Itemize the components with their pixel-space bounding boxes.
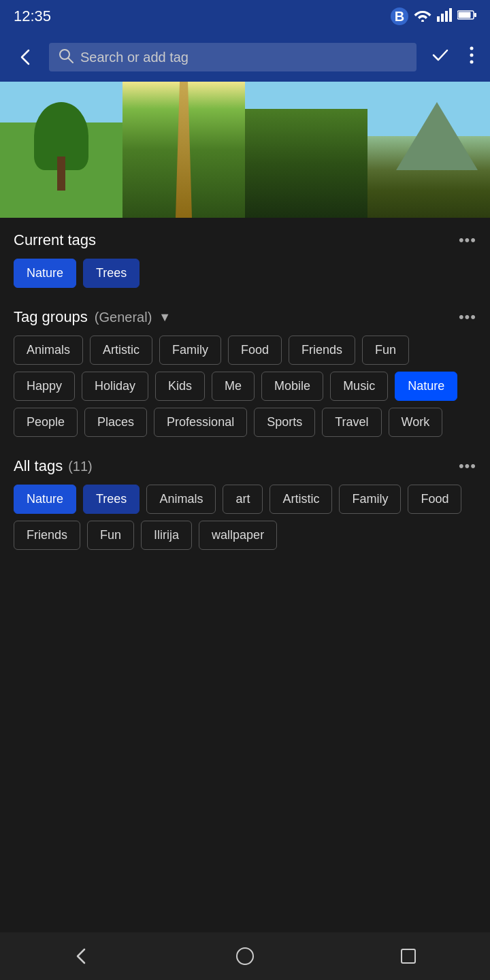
tag-sports[interactable]: Sports	[254, 408, 315, 437]
tag-me[interactable]: Me	[212, 372, 255, 401]
status-bar: 12:35 B	[0, 0, 490, 33]
tag-professional[interactable]: Professional	[154, 408, 247, 437]
nav-back-button[interactable]	[54, 939, 109, 973]
svg-rect-7	[474, 13, 476, 17]
tag-family-all[interactable]: Family	[339, 485, 401, 514]
all-tags-more[interactable]: •••	[459, 457, 476, 475]
tag-friends[interactable]: Friends	[289, 336, 355, 365]
svg-rect-4	[449, 8, 452, 22]
tag-mobile[interactable]: Mobile	[261, 372, 323, 401]
tag-work[interactable]: Work	[389, 408, 443, 437]
current-tags-row: Nature Trees	[14, 259, 476, 288]
tag-groups-tags-row: Animals Artistic Family Food Friends Fun…	[14, 336, 476, 437]
tag-food-all[interactable]: Food	[408, 485, 461, 514]
photo-4[interactable]	[368, 82, 490, 218]
tag-ilirija-all[interactable]: Ilirija	[141, 521, 192, 550]
svg-rect-3	[445, 11, 448, 22]
tag-places[interactable]: Places	[84, 408, 147, 437]
photo-1[interactable]	[0, 82, 122, 218]
tag-family[interactable]: Family	[159, 336, 221, 365]
nav-recents-button[interactable]	[381, 939, 436, 973]
svg-rect-14	[402, 949, 415, 963]
tag-food[interactable]: Food	[228, 336, 282, 365]
tag-trees-current[interactable]: Trees	[83, 259, 140, 288]
tag-nature-current[interactable]: Nature	[14, 259, 76, 288]
tag-holiday[interactable]: Holiday	[82, 372, 148, 401]
tag-animals[interactable]: Animals	[14, 336, 83, 365]
svg-line-9	[68, 58, 73, 63]
status-time: 12:35	[14, 7, 51, 25]
search-icon	[59, 48, 74, 66]
tag-art-all[interactable]: art	[223, 485, 263, 514]
svg-rect-6	[459, 12, 471, 18]
nav-home-button[interactable]	[218, 939, 272, 973]
svg-point-0	[421, 20, 424, 22]
current-tags-more[interactable]: •••	[459, 231, 476, 249]
content: Current tags ••• Nature Trees Tag groups…	[0, 218, 490, 980]
tag-nature-group[interactable]: Nature	[395, 372, 457, 401]
current-tags-title: Current tags	[14, 231, 96, 249]
search-bar[interactable]: Search or add tag	[49, 43, 416, 71]
tag-nature-all[interactable]: Nature	[14, 485, 76, 514]
current-tags-section: Current tags ••• Nature Trees	[14, 231, 476, 288]
svg-rect-1	[437, 16, 440, 22]
tag-people[interactable]: People	[14, 408, 78, 437]
svg-point-10	[470, 46, 474, 50]
back-button[interactable]	[11, 42, 41, 72]
current-tags-header: Current tags •••	[14, 231, 476, 249]
tag-artistic[interactable]: Artistic	[90, 336, 152, 365]
all-tags-title: All tags	[14, 457, 63, 475]
tag-groups-title-area: Tag groups (General) ▼	[14, 308, 171, 326]
status-icons: B	[391, 7, 476, 25]
photo-3[interactable]	[245, 82, 368, 218]
tag-trees-all[interactable]: Trees	[83, 485, 140, 514]
tag-animals-all[interactable]: Animals	[146, 485, 216, 514]
tag-travel[interactable]: Travel	[322, 408, 381, 437]
tag-groups-subtitle: (General)	[95, 310, 152, 325]
tag-fun[interactable]: Fun	[362, 336, 409, 365]
tag-kids[interactable]: Kids	[155, 372, 205, 401]
all-tags-row: Nature Trees Animals art Artistic Family…	[14, 485, 476, 550]
tag-groups-title: Tag groups	[14, 308, 88, 326]
top-bar: Search or add tag	[0, 33, 490, 82]
tag-groups-more[interactable]: •••	[459, 308, 476, 326]
tag-artistic-all[interactable]: Artistic	[270, 485, 332, 514]
tag-friends-all[interactable]: Friends	[14, 521, 80, 550]
check-button[interactable]	[425, 39, 456, 76]
tag-groups-header: Tag groups (General) ▼ •••	[14, 308, 476, 326]
photo-2[interactable]	[122, 82, 245, 218]
b-icon: B	[391, 7, 408, 25]
svg-point-13	[237, 948, 253, 964]
tag-wallpaper-all[interactable]: wallpaper	[199, 521, 277, 550]
all-tags-title-area: All tags (11)	[14, 457, 93, 475]
svg-point-12	[470, 60, 474, 63]
more-button[interactable]	[464, 41, 479, 74]
svg-rect-2	[441, 14, 444, 22]
photo-strip	[0, 82, 490, 218]
search-input[interactable]: Search or add tag	[80, 50, 407, 65]
dropdown-arrow-icon[interactable]: ▼	[159, 310, 171, 325]
tag-groups-section: Tag groups (General) ▼ ••• Animals Artis…	[14, 308, 476, 437]
wifi-icon	[414, 8, 431, 24]
signal-icon	[437, 8, 452, 24]
all-tags-header: All tags (11) •••	[14, 457, 476, 475]
svg-point-11	[470, 53, 474, 56]
battery-icon	[457, 10, 476, 23]
tag-music[interactable]: Music	[330, 372, 388, 401]
tag-fun-all[interactable]: Fun	[87, 521, 134, 550]
all-tags-section: All tags (11) ••• Nature Trees Animals a…	[14, 457, 476, 550]
bottom-nav	[0, 932, 490, 980]
all-tags-count: (11)	[68, 459, 93, 474]
tag-happy[interactable]: Happy	[14, 372, 75, 401]
